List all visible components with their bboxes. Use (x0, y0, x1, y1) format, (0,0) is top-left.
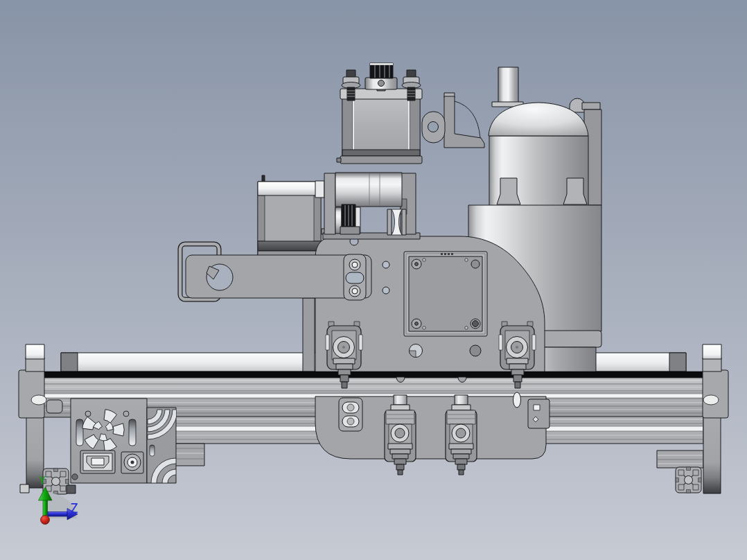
toothed-pulley (335, 204, 360, 234)
foot-block (20, 484, 29, 493)
enclosure-side-panel (147, 408, 177, 483)
case-screw (72, 474, 78, 480)
drive-pulley (365, 63, 397, 91)
post-cap-right (703, 344, 721, 359)
y-axis-label: Y (39, 474, 46, 487)
y-stepper-motor (258, 175, 324, 257)
origin-dot (41, 516, 50, 525)
usb-port (80, 450, 115, 473)
carriage-stem (303, 298, 315, 371)
x-stepper-motor (337, 63, 422, 164)
small-bracket (46, 400, 62, 413)
post-cap-left (26, 344, 44, 359)
frame-leg-right (703, 417, 721, 493)
wire-drop (513, 392, 521, 408)
leg-shadow-block (67, 485, 76, 493)
limit-plate (528, 399, 550, 428)
end-plate-right (703, 370, 728, 418)
cad-viewport[interactable]: Y Z (0, 0, 747, 560)
z-axis-label: Z (70, 500, 78, 516)
belt-clamp-bracket (344, 254, 366, 300)
end-plate-left (19, 370, 44, 418)
power-jack (121, 452, 143, 473)
idler-pulley (387, 209, 406, 235)
electronics-enclosure (71, 399, 177, 483)
control-panel (404, 252, 487, 336)
carriage-lower-plate (315, 392, 550, 459)
cad-scene: Y Z (0, 0, 747, 560)
y-rail-foot-right (676, 467, 701, 493)
drive-belt (43, 371, 703, 378)
slot-bracket (339, 398, 362, 431)
